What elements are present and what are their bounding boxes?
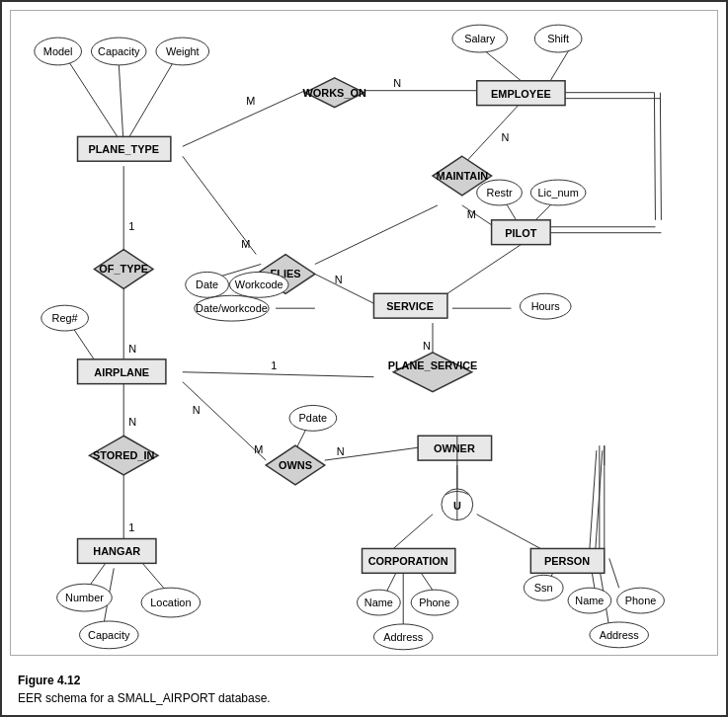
card-n7: N: [193, 404, 201, 416]
shift-label: Shift: [547, 33, 569, 44]
card-m3: M: [241, 238, 250, 250]
maintain-label: MAINTAIN: [437, 170, 489, 182]
svg-line-32: [393, 515, 433, 549]
model-label: Model: [43, 45, 73, 57]
card-m4: M: [254, 443, 263, 455]
card-n6: N: [128, 416, 136, 428]
owns-label: OWNS: [279, 459, 312, 471]
card-n2: N: [502, 131, 510, 143]
card-1-3: 1: [128, 521, 134, 533]
card-m2: M: [467, 208, 476, 220]
svg-line-3: [183, 91, 305, 147]
card-1-2: 1: [271, 359, 277, 371]
location-label: Location: [150, 597, 191, 608]
corp-phone-label: Phone: [419, 597, 450, 608]
svg-line-21: [315, 274, 374, 303]
diagram-area: text { font-family: Arial, sans-serif; f…: [10, 10, 718, 656]
figure-text: EER schema for a SMALL_AIRPORT database.: [18, 691, 271, 705]
hours-label: Hours: [531, 300, 561, 312]
storedin-label: STORED_IN: [93, 449, 154, 461]
airplane-label: AIRPLANE: [94, 366, 149, 378]
person-name-label: Name: [575, 595, 604, 606]
main-container: text { font-family: Arial, sans-serif; f…: [0, 0, 728, 717]
owner-label: OWNER: [434, 442, 475, 454]
pilot-label: PILOT: [505, 227, 536, 239]
date-label: Date: [196, 279, 218, 290]
employee-label: EMPLOYEE: [491, 88, 551, 100]
card-n3: N: [128, 343, 136, 355]
figure-label: Figure 4.12: [18, 674, 80, 687]
oftype-label: OF_TYPE: [99, 263, 148, 275]
svg-line-45: [590, 450, 597, 548]
svg-line-5: [482, 48, 522, 81]
svg-line-47: [654, 93, 655, 220]
person-address-label: Address: [600, 629, 640, 641]
svg-line-42: [609, 558, 619, 588]
pdate-label: Pdate: [299, 412, 328, 424]
svg-line-48: [660, 93, 661, 220]
restr-label: Restr: [487, 187, 513, 199]
reg-label: Reg#: [52, 312, 79, 324]
card-n1: N: [393, 77, 401, 89]
planeservice-label: PLANE_SERVICE: [388, 359, 478, 371]
svg-line-27: [183, 372, 374, 377]
salary-label: Salary: [464, 33, 495, 44]
figure-caption: Figure 4.12 EER schema for a SMALL_AIRPO…: [18, 672, 271, 707]
svg-line-6: [550, 48, 570, 81]
workcode-label: Workcode: [235, 279, 283, 290]
svg-line-0: [70, 63, 124, 146]
corp-address-label: Address: [383, 631, 424, 643]
service-label: SERVICE: [386, 300, 434, 312]
card-n5: N: [423, 340, 431, 352]
workson-label: WORKS_ON: [303, 87, 366, 99]
svg-line-7: [462, 103, 522, 167]
capacity-bottom-label: Capacity: [88, 629, 130, 641]
ssn-label: Ssn: [534, 582, 553, 594]
card-m1: M: [246, 95, 255, 107]
licnum-label: Lic_num: [538, 187, 579, 199]
capacity-top-label: Capacity: [98, 45, 140, 57]
person-phone-label: Phone: [625, 595, 657, 606]
dateworkcode-label: Date/workcode: [196, 302, 268, 314]
weight-label: Weight: [166, 45, 200, 57]
number-label: Number: [65, 592, 104, 603]
svg-line-33: [477, 515, 541, 549]
hangar-label: HANGAR: [93, 545, 140, 557]
svg-line-2: [123, 63, 173, 146]
card-n4: N: [335, 274, 343, 285]
corp-name-label: Name: [364, 597, 393, 608]
corporation-label: CORPORATION: [368, 555, 448, 567]
svg-line-44: [315, 205, 438, 265]
person-label: PERSON: [544, 555, 590, 567]
planetype-label: PLANE_TYPE: [88, 143, 159, 155]
svg-line-1: [119, 63, 123, 146]
card-1-1: 1: [128, 220, 134, 232]
card-n8: N: [337, 445, 345, 457]
